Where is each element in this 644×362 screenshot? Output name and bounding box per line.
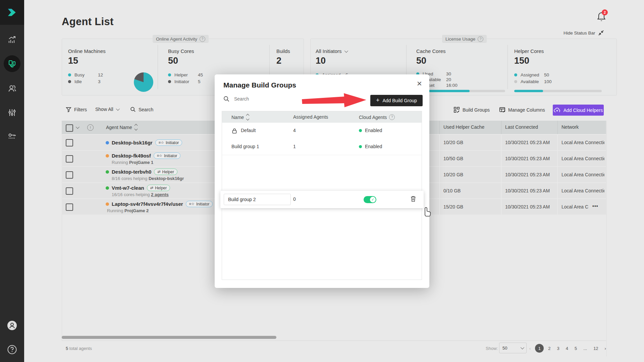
trash-icon[interactable] (410, 195, 416, 202)
build-group-name-input[interactable] (224, 194, 291, 205)
page-size-select[interactable]: 50 (499, 343, 527, 353)
row-checkbox[interactable] (66, 155, 73, 163)
dashboard-chart-icon (8, 36, 16, 44)
agent-sub-status: 16/16 cores helping 2 agents (112, 192, 170, 197)
cloud-agents-toggle[interactable]: ✓ (364, 196, 376, 203)
legend-idle: Idle 3 (68, 79, 110, 84)
page-button[interactable]: 2 (548, 346, 550, 351)
manage-columns-button[interactable]: Manage Columns (499, 107, 545, 113)
modal-search[interactable] (223, 96, 302, 102)
sidebar-item-license[interactable] (0, 128, 24, 144)
sidebar-help[interactable] (0, 342, 24, 358)
modal-close-button[interactable]: × (417, 79, 422, 88)
build-group-name: Default (241, 128, 256, 133)
row-actions-button[interactable]: ••• (592, 203, 598, 209)
cell-used-helper-cache: 0/10 GB (443, 188, 461, 193)
helper-cores-progress (514, 90, 602, 92)
network-header[interactable]: Network (561, 124, 579, 130)
assigned-agents-header: Assigned Agents (293, 114, 328, 120)
row-checkbox[interactable] (66, 187, 73, 195)
horizontal-scrollbar[interactable] (62, 336, 276, 339)
sidebar-user-avatar[interactable] (0, 317, 24, 334)
show-all-dropdown[interactable]: Show All (95, 107, 119, 112)
cell-used-helper-cache: 10/20 GB (443, 140, 463, 145)
notifications-button[interactable]: 2 (596, 11, 608, 23)
add-cloud-helpers-button[interactable]: Add Cloud Helpers (553, 105, 604, 116)
enabled-dot (359, 145, 362, 148)
agent-status-dot (106, 154, 109, 158)
hide-status-bar-label: Hide Status Bar (564, 31, 595, 36)
page-button[interactable]: 5 (575, 346, 577, 351)
agent-name-header[interactable]: Agent Name (106, 124, 137, 130)
legend-dot (168, 73, 171, 76)
agents-icon (8, 59, 16, 68)
cloud-agents-help-icon[interactable]: ? (389, 114, 395, 120)
page-button[interactable]: 4 (566, 346, 568, 351)
select-all-checkbox[interactable] (66, 124, 73, 132)
helper-badge-icon: ⇄ (157, 170, 160, 174)
cell-used-helper-cache: 10/50 GB (443, 156, 463, 161)
row-checkbox[interactable] (66, 203, 73, 211)
pagination: ‹ 1 2 3 4 5 ... 12 › (529, 344, 606, 353)
toggle-knob: ✓ (370, 197, 376, 202)
brand-logo[interactable] (0, 0, 24, 25)
cloud-status: Enabled (359, 128, 382, 133)
agent-name: Desktop-fk49osf (112, 153, 151, 159)
last-connected-header[interactable]: Last Connected (505, 124, 538, 130)
divider (158, 45, 158, 89)
build-group-row[interactable]: Build group 1 1 Enabled (222, 139, 422, 155)
cell-last-connected: 10/30/2021 05:23 AM (505, 188, 550, 193)
users-icon (8, 84, 17, 93)
build-group-row-editing[interactable]: 0 ✓ (220, 191, 424, 208)
lock-icon (232, 128, 237, 134)
cache-cores-value: 50 (416, 56, 426, 66)
cell-network: Local Area Connection (561, 140, 604, 145)
build-group-row[interactable]: Default 4 Enabled (222, 123, 422, 139)
cloud-plus-icon (554, 108, 560, 113)
agent-status-dot (106, 202, 109, 206)
agents-link[interactable]: 2 agents (151, 192, 169, 197)
agent-name: Vmt-w7-clean (112, 185, 144, 191)
filters-button[interactable]: Filters (66, 107, 87, 112)
select-menu-chevron[interactable] (76, 125, 79, 129)
row-checkbox[interactable] (66, 139, 73, 146)
page-ellipsis: ... (583, 346, 587, 351)
page-button-active[interactable]: 1 (535, 344, 544, 353)
agent-name: Laptop-sv4r7f4vsv4r7f4v/user (112, 201, 183, 207)
sidebar-item-users[interactable] (0, 80, 24, 96)
name-header[interactable]: Name (231, 114, 249, 120)
row-checkbox[interactable] (66, 171, 73, 179)
agent-sub-status: Running ProjGame 1 (112, 160, 180, 165)
page-button[interactable]: 12 (593, 346, 598, 351)
agent-list-screen: Agent List 2 Hide Status Bar Online Agen… (0, 0, 644, 362)
helper-badge-icon: ⇄ (150, 186, 153, 190)
initiator-badge: ≡☆ Initiator (186, 201, 213, 207)
mouse-cursor (422, 206, 432, 217)
cell-last-connected: 10/30/2021 05:23 AM (505, 172, 550, 177)
chevron-down-icon (116, 107, 119, 111)
sidebar (0, 0, 24, 362)
hide-status-bar-button[interactable]: Hide Status Bar (564, 30, 604, 36)
all-initiators-dropdown[interactable]: All Initiators (316, 48, 347, 54)
legend-dot (514, 80, 517, 83)
cell-network: Local Area C (561, 204, 593, 209)
table-search-button[interactable]: Search (130, 107, 153, 112)
page-button[interactable]: 3 (557, 346, 559, 351)
settings-sliders-icon (8, 108, 16, 117)
prev-page-button[interactable]: ‹ (529, 346, 531, 351)
modal-search-input[interactable] (233, 96, 302, 102)
sidebar-item-dashboard[interactable] (0, 32, 24, 48)
add-build-group-button[interactable]: + Add Build Group (370, 95, 423, 106)
sidebar-item-agents[interactable] (0, 56, 24, 72)
next-page-button[interactable]: › (605, 346, 606, 351)
sidebar-item-settings[interactable] (0, 105, 24, 121)
license-help-icon[interactable]: ? (478, 36, 483, 42)
license-card-title: License Usage (445, 37, 475, 42)
activity-help-icon[interactable]: ? (200, 36, 205, 42)
build-groups-button[interactable]: Build Groups (453, 107, 490, 113)
used-helper-cache-header[interactable]: Used Helper Cache (443, 124, 484, 130)
collapse-icon (598, 30, 604, 36)
initiator-badge: ≡☆ Initiator (154, 153, 181, 159)
cell-used-helper-cache: 10/20 GB (443, 172, 463, 177)
online-machines-value: 15 (68, 56, 78, 66)
